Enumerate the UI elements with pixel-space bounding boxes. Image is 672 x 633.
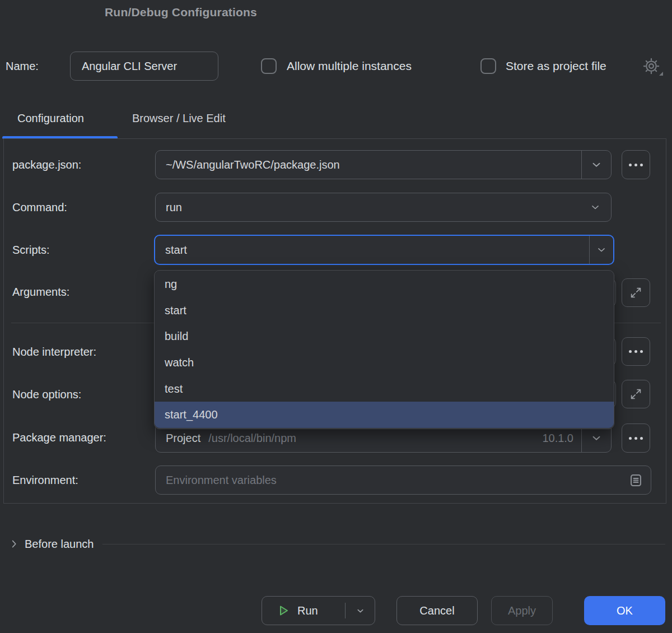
allow-multiple-instances-label: Allow multiple instances — [287, 52, 412, 81]
chevron-down-icon — [590, 432, 603, 444]
ellipsis-icon — [629, 437, 632, 440]
package-manager-label: Package manager: — [12, 423, 106, 452]
node-options-label: Node options: — [12, 380, 81, 409]
cancel-button-label: Cancel — [419, 604, 454, 617]
package-manager-browse-button[interactable] — [622, 423, 650, 453]
command-chevron-button[interactable] — [580, 193, 611, 221]
run-debug-configurations-dialog: Run/Debug Configurations Name: Allow mul… — [0, 0, 672, 633]
play-icon — [262, 604, 290, 617]
package-json-chevron-button[interactable] — [582, 151, 611, 179]
name-label: Name: — [6, 52, 39, 81]
run-button[interactable]: Run — [262, 596, 375, 625]
allow-multiple-instances-checkbox[interactable] — [261, 58, 277, 74]
scripts-chevron-button[interactable] — [590, 236, 613, 264]
before-launch-label: Before launch — [20, 538, 102, 551]
ok-button-label: OK — [617, 604, 633, 617]
expand-icon — [630, 287, 642, 299]
name-input[interactable] — [70, 52, 218, 81]
dropdown-item-ng[interactable]: ng — [155, 271, 614, 297]
ok-button[interactable]: OK — [584, 596, 665, 625]
package-json-combobox[interactable]: ~/WS/angularTwoRC/package.json — [155, 150, 612, 179]
scripts-label: Scripts: — [12, 235, 50, 264]
chevron-right-icon — [8, 538, 20, 550]
dropdown-item-start_4400[interactable]: start_4400 — [155, 402, 614, 428]
node-interpreter-label: Node interpreter: — [12, 337, 96, 366]
store-as-project-file-checkbox[interactable] — [480, 58, 496, 74]
node-options-expand-button[interactable] — [622, 380, 650, 408]
expand-icon — [630, 388, 642, 400]
dialog-title: Run/Debug Configurations — [105, 6, 257, 19]
cancel-button[interactable]: Cancel — [396, 596, 478, 625]
scripts-dropdown: ngstartbuildwatchteststart_4400 — [154, 270, 614, 429]
package-manager-path: /usr/local/bin/npm — [200, 432, 296, 445]
package-manager-value: Project — [156, 432, 200, 445]
list-icon — [628, 473, 643, 488]
package-json-label: package.json: — [12, 150, 81, 179]
scripts-combobox[interactable]: start — [154, 235, 614, 265]
command-value: run — [156, 201, 182, 214]
chevron-down-icon — [590, 202, 601, 213]
ellipsis-icon — [629, 164, 632, 166]
package-json-browse-button[interactable] — [622, 150, 650, 179]
environment-label: Environment: — [12, 466, 78, 495]
tab-configuration[interactable]: Configuration — [17, 105, 84, 131]
arguments-expand-button[interactable] — [622, 278, 650, 307]
before-launch-rule — [102, 544, 665, 544]
environment-placeholder: Environment variables — [156, 474, 277, 487]
chevron-down-icon — [590, 159, 603, 171]
apply-button[interactable]: Apply — [491, 596, 553, 625]
run-options-chevron-button[interactable] — [346, 597, 375, 625]
environment-variables-list-button[interactable] — [628, 473, 651, 488]
dropdown-item-test[interactable]: test — [155, 376, 614, 402]
dropdown-item-watch[interactable]: watch — [155, 350, 614, 376]
arguments-label: Arguments: — [12, 277, 69, 306]
run-button-label: Run — [290, 604, 318, 617]
apply-button-label: Apply — [508, 604, 536, 617]
settings-gear-button[interactable] — [643, 58, 661, 76]
dropdown-item-build[interactable]: build — [155, 323, 614, 350]
package-manager-version: 10.1.0 — [542, 432, 581, 445]
gear-dropdown-triangle — [659, 72, 663, 76]
chevron-down-icon — [596, 244, 607, 255]
environment-field[interactable]: Environment variables — [155, 466, 651, 495]
node-interpreter-browse-button[interactable] — [622, 337, 650, 366]
scripts-value: start — [155, 244, 187, 257]
command-combobox[interactable]: run — [155, 193, 612, 222]
chevron-down-icon — [356, 606, 365, 616]
before-launch-section[interactable]: Before launch — [8, 530, 665, 557]
store-as-project-file-label: Store as project file — [506, 52, 606, 81]
tab-browser-live-edit[interactable]: Browser / Live Edit — [132, 105, 226, 131]
command-label: Command: — [12, 193, 67, 222]
package-json-value: ~/WS/angularTwoRC/package.json — [156, 159, 340, 171]
ellipsis-icon — [629, 350, 632, 353]
gear-icon — [643, 58, 661, 75]
dropdown-item-start[interactable]: start — [155, 297, 614, 324]
